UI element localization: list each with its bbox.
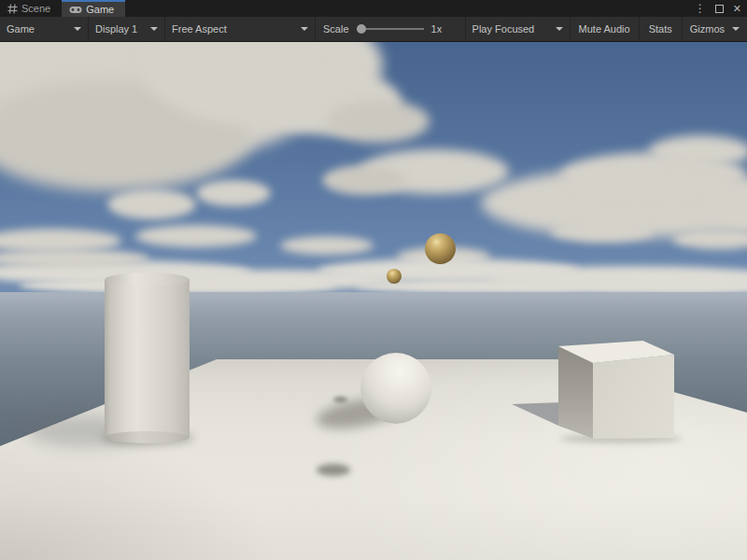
chevron-down-icon	[74, 27, 81, 31]
gold-sphere-large	[425, 233, 456, 264]
chevron-down-icon	[150, 27, 158, 31]
scale-value: 1x	[431, 23, 443, 35]
mute-audio-button[interactable]: Mute Audio	[570, 17, 639, 41]
window-controls: ⋮ ✕	[695, 0, 741, 17]
gamepad-icon	[69, 6, 82, 14]
tab-game-label: Game	[86, 4, 114, 15]
white-sphere	[360, 353, 431, 424]
aspect-ratio-dropdown[interactable]: Free Aspect	[165, 17, 316, 41]
slider-track[interactable]	[357, 28, 424, 30]
grid-icon	[7, 4, 18, 14]
cloud	[322, 165, 406, 195]
gold-sphere-large-shadow	[317, 464, 350, 476]
tab-scene[interactable]: Scene	[0, 0, 62, 17]
cylinder	[105, 279, 190, 438]
unity-game-window: Scene Game ⋮ ✕ Game Display 1	[0, 0, 747, 560]
chevron-down-icon	[556, 27, 563, 31]
cloud	[135, 225, 257, 247]
cloud	[649, 135, 747, 167]
scale-label: Scale	[323, 23, 349, 35]
toolbar-spacer	[449, 17, 464, 41]
close-icon[interactable]: ✕	[733, 3, 741, 15]
chevron-down-icon	[732, 27, 740, 31]
cloud	[327, 100, 430, 143]
cloud	[280, 236, 374, 255]
play-focused-dropdown[interactable]: Play Focused	[465, 17, 570, 41]
gold-sphere-small	[387, 269, 402, 284]
tab-scene-label: Scene	[21, 3, 50, 14]
tab-bar: Scene Game ⋮ ✕	[0, 0, 747, 17]
cloud	[551, 221, 654, 242]
kebab-menu-icon[interactable]: ⋮	[695, 2, 706, 15]
slider-knob[interactable]	[357, 24, 366, 34]
gizmos-dropdown[interactable]: Gizmos	[682, 17, 747, 41]
game-view-toolbar: Game Display 1 Free Aspect Scale 1x Play…	[0, 17, 747, 42]
game-viewport[interactable]	[0, 42, 747, 560]
tab-game[interactable]: Game	[62, 0, 125, 17]
maximize-icon[interactable]	[715, 5, 724, 13]
game-mode-dropdown[interactable]: Game	[0, 17, 89, 41]
scale-slider[interactable]	[357, 24, 424, 34]
display-dropdown[interactable]: Display 1	[89, 17, 165, 41]
cloud	[672, 229, 747, 249]
gold-sphere-small-shadow	[333, 397, 347, 402]
chevron-down-icon	[301, 27, 308, 31]
scale-control: Scale 1x	[316, 17, 449, 41]
cube-front-face	[593, 355, 674, 439]
stats-button[interactable]: Stats	[639, 17, 682, 41]
cloud	[196, 180, 271, 206]
cloud	[107, 189, 196, 219]
